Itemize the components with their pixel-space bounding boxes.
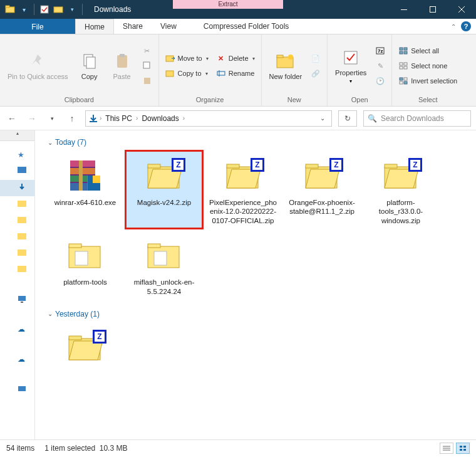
new-folder-button[interactable]: New folder [266, 50, 306, 82]
file-item[interactable]: platform-tools [48, 231, 123, 298]
new-item-button[interactable]: 📄 [308, 51, 323, 65]
nav-onedrive-2[interactable]: ☁ [0, 352, 34, 368]
collapse-ribbon-icon[interactable]: ⌃ [451, 23, 456, 30]
delete-button[interactable]: ✕Delete▾ [214, 51, 257, 65]
nav-folder[interactable] [0, 245, 34, 261]
tab-view[interactable]: View [152, 19, 185, 34]
new-folder-icon [276, 51, 296, 71]
copy-to-button[interactable]: Copy to▾ [163, 66, 211, 80]
navigation-pane[interactable]: ▴ ★ ☁ ☁ [0, 130, 35, 439]
history-button[interactable]: 🕑 [373, 74, 388, 88]
tab-compressed-tools[interactable]: Compressed Folder Tools [194, 19, 299, 34]
open-icon: 7z [375, 46, 385, 56]
nav-folder[interactable] [0, 229, 34, 245]
close-button[interactable] [447, 0, 476, 19]
file-list[interactable]: ⌄ Today (7)winrar-x64-610.exeZMagisk-v24… [35, 130, 476, 439]
file-item[interactable]: winrar-x64-610.exe [48, 152, 123, 228]
nav-desktop[interactable] [0, 164, 34, 180]
nav-downloads[interactable] [0, 180, 34, 196]
help-icon[interactable]: ? [461, 21, 471, 31]
back-button[interactable]: ← [5, 112, 19, 125]
properties-button[interactable]: Properties ▾ [331, 46, 370, 85]
group-header[interactable]: ⌄ Today (7) [48, 138, 468, 147]
icons-view-button[interactable] [456, 443, 470, 454]
file-thumbnail [144, 235, 184, 275]
group-header[interactable]: ⌄ Yesterday (1) [48, 310, 468, 318]
scroll-up-button[interactable]: ▴ [0, 130, 34, 141]
invert-selection-button[interactable]: Invert selection [396, 74, 460, 88]
file-name: platform-tools [63, 278, 107, 286]
details-view-button[interactable] [440, 443, 453, 454]
rename-button[interactable]: Rename [214, 66, 257, 80]
copy-button[interactable]: Copy [75, 50, 105, 82]
nav-quick-access[interactable]: ★ [0, 147, 34, 164]
tab-file[interactable]: File [0, 19, 75, 34]
nav-pictures[interactable] [0, 213, 34, 229]
up-button[interactable]: ↑ [65, 112, 79, 125]
svg-rect-54 [148, 164, 160, 168]
move-to-button[interactable]: Move to▾ [163, 51, 211, 65]
open-button[interactable]: 7z [373, 44, 388, 58]
copy-path-button[interactable] [140, 59, 155, 73]
delete-icon: ✕ [216, 53, 226, 63]
nav-documents[interactable] [0, 196, 34, 213]
file-item[interactable]: miflash_unlock-en-5.5.224.24 [127, 231, 202, 298]
qat-dropdown-icon[interactable]: ▾ [67, 4, 77, 14]
svg-rect-2 [41, 6, 48, 13]
file-item[interactable]: ZMagisk-v24.2.zip [127, 152, 202, 228]
breadcrumb-dropdown[interactable]: ⌄ [316, 115, 329, 122]
recent-dropdown[interactable]: ▾ [45, 112, 59, 125]
breadcrumb-part[interactable]: Downloads [139, 114, 181, 123]
select-all-button[interactable]: Select all [396, 44, 460, 58]
ribbon-tabs: File Home Share View Compressed Folder T… [0, 19, 476, 34]
svg-marker-64 [385, 169, 418, 188]
tab-share[interactable]: Share [114, 19, 152, 34]
search-box[interactable]: 🔍 [363, 110, 471, 127]
folder-icon [18, 216, 28, 226]
nav-network[interactable] [0, 382, 34, 398]
refresh-button[interactable]: ↻ [338, 110, 357, 127]
svg-rect-66 [69, 244, 81, 248]
svg-rect-43 [18, 386, 26, 391]
chevron-right-icon[interactable]: › [136, 115, 138, 122]
svg-rect-69 [148, 244, 160, 248]
svg-rect-57 [227, 164, 239, 168]
svg-rect-29 [404, 66, 407, 69]
chevron-right-icon[interactable]: › [183, 115, 185, 122]
cut-button[interactable]: ✂ [140, 44, 155, 58]
properties-icon[interactable] [39, 4, 49, 14]
paste-shortcut-button[interactable] [140, 74, 155, 88]
svg-rect-31 [404, 78, 407, 80]
select-none-icon [398, 61, 408, 71]
down-arrow-icon[interactable]: ▾ [19, 4, 29, 14]
svg-rect-80 [463, 449, 466, 451]
maximize-button[interactable] [418, 0, 447, 19]
search-input[interactable] [381, 114, 467, 123]
file-item[interactable]: ZPixelExperience_phoenix-12.0-20220222-0… [205, 152, 281, 228]
folder-qat-icon[interactable] [53, 4, 63, 14]
copy-to-icon [165, 68, 175, 78]
forward-button[interactable]: → [25, 112, 39, 125]
nav-folder[interactable] [0, 261, 34, 278]
minimize-button[interactable] [390, 0, 418, 19]
nav-this-pc[interactable] [0, 292, 34, 308]
file-item[interactable]: ZOrangeFox-phoenix-stable@R11.1_2.zip [284, 152, 360, 228]
paste-button[interactable]: Paste [107, 50, 137, 82]
pin-icon [28, 51, 48, 71]
pin-to-quick-access-button[interactable]: Pin to Quick access [4, 50, 72, 82]
file-item[interactable]: Z [48, 323, 123, 372]
edit-button[interactable]: ✎ [373, 59, 388, 73]
pc-icon [18, 295, 28, 305]
chevron-right-icon[interactable]: › [100, 115, 101, 122]
tab-home[interactable]: Home [75, 19, 114, 34]
ribbon: Pin to Quick access Copy Paste ✂ Clipboa… [0, 34, 476, 107]
easy-access-button[interactable]: 🔗 [308, 66, 323, 80]
folder-icon [18, 248, 28, 258]
file-item[interactable]: Zplatform-tools_r33.0.0-windows.zip [363, 152, 438, 228]
breadcrumb[interactable]: › This PC › Downloads › ⌄ [85, 110, 332, 127]
select-none-button[interactable]: Select none [396, 59, 460, 73]
nav-onedrive[interactable]: ☁ [0, 322, 34, 338]
file-name: OrangeFox-phoenix-stable@R11.1_2.zip [287, 198, 356, 216]
file-thumbnail [65, 155, 105, 196]
breadcrumb-part[interactable]: This PC [103, 114, 135, 123]
